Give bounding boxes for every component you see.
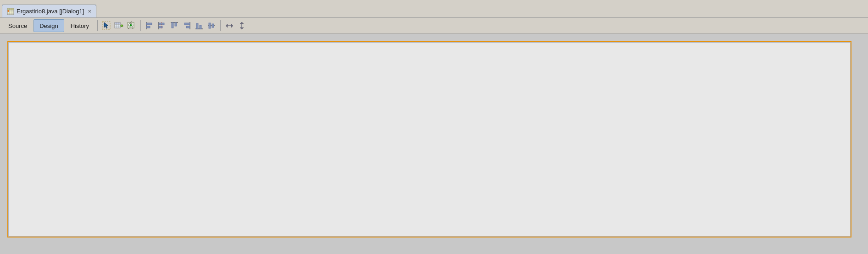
resize-vert-button[interactable]	[236, 20, 248, 32]
tab-bar: Ergastirio8.java [jDialog1] ×	[0, 0, 868, 17]
align-center-h-button[interactable]	[156, 20, 168, 32]
svg-point-23	[131, 24, 132, 25]
svg-marker-51	[240, 28, 244, 29]
align-bottom-button[interactable]	[193, 20, 205, 32]
tool-group-select	[100, 20, 125, 32]
file-tab-title: Ergastirio8.java [jDialog1]	[17, 8, 84, 15]
separator-3	[220, 20, 221, 31]
separator-2	[140, 20, 141, 31]
connect-tool-button[interactable]	[113, 20, 125, 32]
preview-tool-button[interactable]	[126, 20, 138, 32]
main-window: Ergastirio8.java [jDialog1] × Source Des…	[0, 0, 868, 254]
toolbar-row: Source Design History	[0, 17, 868, 34]
tool-group-resize	[223, 20, 248, 32]
align-middle-button[interactable]	[206, 20, 217, 32]
design-area-wrapper	[0, 34, 868, 254]
svg-marker-47	[226, 24, 228, 28]
separator-1	[97, 20, 98, 31]
svg-rect-30	[146, 26, 150, 28]
file-tab-icon	[7, 8, 14, 15]
svg-rect-29	[146, 23, 152, 25]
svg-rect-45	[209, 23, 211, 28]
history-tab-button[interactable]: History	[65, 19, 95, 32]
svg-rect-36	[172, 22, 173, 28]
svg-rect-37	[175, 22, 177, 26]
svg-rect-1	[7, 8, 14, 10]
svg-rect-43	[200, 25, 201, 29]
svg-rect-11	[115, 22, 120, 24]
resize-horiz-button[interactable]	[223, 20, 235, 32]
align-right-button[interactable]	[181, 20, 193, 32]
close-tab-button[interactable]: ×	[88, 8, 91, 14]
svg-rect-39	[184, 23, 190, 25]
tool-group-preview	[126, 20, 138, 32]
align-top-button[interactable]	[168, 20, 180, 32]
align-left-button[interactable]	[144, 20, 156, 32]
svg-rect-33	[159, 26, 162, 28]
source-tab-button[interactable]: Source	[3, 19, 33, 32]
design-tab-button[interactable]: Design	[33, 19, 64, 32]
svg-marker-9	[104, 22, 108, 28]
file-tab[interactable]: Ergastirio8.java [jDialog1] ×	[2, 5, 96, 17]
tool-group-align	[144, 20, 217, 32]
select-tool-button[interactable]	[100, 20, 112, 32]
svg-rect-46	[212, 24, 214, 28]
design-canvas[interactable]	[7, 41, 851, 237]
svg-point-18	[121, 25, 122, 26]
svg-marker-48	[231, 24, 233, 28]
svg-rect-42	[196, 23, 198, 29]
svg-marker-50	[240, 22, 244, 24]
svg-rect-40	[186, 26, 190, 28]
